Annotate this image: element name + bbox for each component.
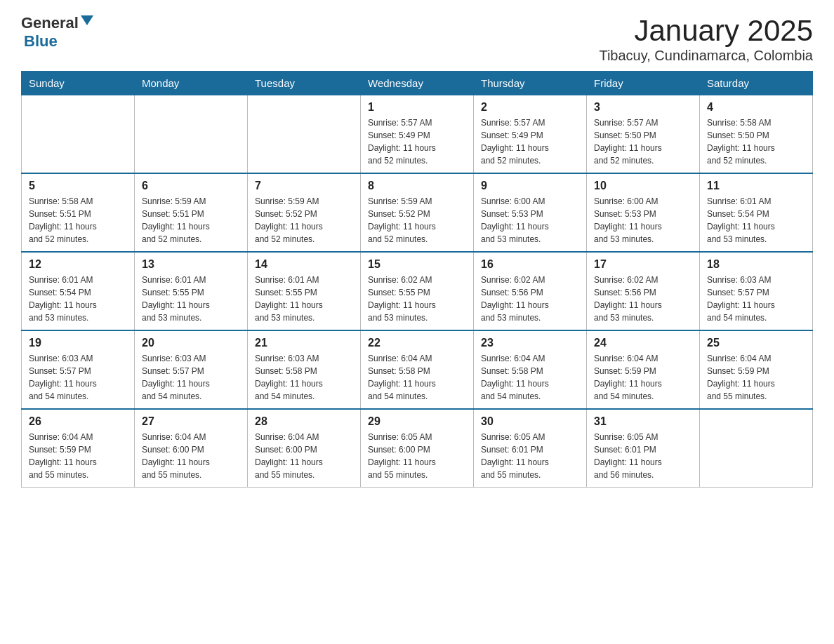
logo-blue-text: Blue bbox=[22, 32, 130, 51]
day-number: 19 bbox=[29, 337, 127, 349]
day-number: 6 bbox=[142, 180, 240, 192]
day-number: 24 bbox=[594, 337, 692, 349]
calendar-cell: 30Sunrise: 6:05 AM Sunset: 6:01 PM Dayli… bbox=[474, 409, 587, 488]
calendar-cell: 24Sunrise: 6:04 AM Sunset: 5:59 PM Dayli… bbox=[587, 330, 700, 409]
calendar-cell: 25Sunrise: 6:04 AM Sunset: 5:59 PM Dayli… bbox=[700, 330, 813, 409]
day-info: Sunrise: 6:03 AM Sunset: 5:57 PM Dayligh… bbox=[29, 352, 127, 403]
day-info: Sunrise: 6:02 AM Sunset: 5:55 PM Dayligh… bbox=[368, 274, 466, 324]
calendar-cell: 29Sunrise: 6:05 AM Sunset: 6:00 PM Dayli… bbox=[361, 409, 474, 488]
day-number: 8 bbox=[368, 180, 466, 192]
day-number: 15 bbox=[368, 258, 466, 271]
day-number: 22 bbox=[368, 337, 466, 349]
calendar-cell: 14Sunrise: 6:01 AM Sunset: 5:55 PM Dayli… bbox=[248, 252, 361, 330]
day-info: Sunrise: 5:58 AM Sunset: 5:51 PM Dayligh… bbox=[29, 195, 127, 246]
page-subtitle: Tibacuy, Cundinamarca, Colombia bbox=[599, 48, 813, 64]
day-number: 16 bbox=[481, 258, 579, 271]
day-info: Sunrise: 5:58 AM Sunset: 5:50 PM Dayligh… bbox=[707, 116, 805, 167]
calendar-cell: 10Sunrise: 6:00 AM Sunset: 5:53 PM Dayli… bbox=[587, 173, 700, 252]
day-info: Sunrise: 6:01 AM Sunset: 5:55 PM Dayligh… bbox=[255, 274, 353, 324]
day-number: 13 bbox=[142, 258, 240, 271]
calendar-week-row: 1Sunrise: 5:57 AM Sunset: 5:49 PM Daylig… bbox=[22, 95, 813, 174]
weekday-header-tuesday: Tuesday bbox=[248, 72, 361, 95]
day-number: 12 bbox=[29, 258, 127, 271]
day-number: 26 bbox=[29, 415, 127, 428]
day-info: Sunrise: 6:01 AM Sunset: 5:54 PM Dayligh… bbox=[29, 274, 127, 324]
day-number: 29 bbox=[368, 415, 466, 428]
calendar-week-row: 26Sunrise: 6:04 AM Sunset: 5:59 PM Dayli… bbox=[22, 409, 813, 488]
calendar-cell bbox=[248, 95, 361, 174]
day-number: 2 bbox=[481, 101, 579, 114]
calendar-cell: 4Sunrise: 5:58 AM Sunset: 5:50 PM Daylig… bbox=[700, 95, 813, 174]
calendar-cell: 6Sunrise: 5:59 AM Sunset: 5:51 PM Daylig… bbox=[135, 173, 248, 252]
calendar-cell: 23Sunrise: 6:04 AM Sunset: 5:58 PM Dayli… bbox=[474, 330, 587, 409]
day-number: 9 bbox=[481, 180, 579, 192]
weekday-header-saturday: Saturday bbox=[700, 72, 813, 95]
page-title: January 2025 bbox=[599, 14, 813, 48]
weekday-header-thursday: Thursday bbox=[474, 72, 587, 95]
day-info: Sunrise: 6:01 AM Sunset: 5:54 PM Dayligh… bbox=[707, 195, 805, 246]
calendar-cell: 5Sunrise: 5:58 AM Sunset: 5:51 PM Daylig… bbox=[22, 173, 135, 252]
day-info: Sunrise: 5:59 AM Sunset: 5:52 PM Dayligh… bbox=[255, 195, 353, 246]
day-info: Sunrise: 6:05 AM Sunset: 6:00 PM Dayligh… bbox=[368, 431, 466, 481]
calendar-header-row: SundayMondayTuesdayWednesdayThursdayFrid… bbox=[22, 72, 813, 95]
calendar-cell: 31Sunrise: 6:05 AM Sunset: 6:01 PM Dayli… bbox=[587, 409, 700, 488]
day-info: Sunrise: 6:02 AM Sunset: 5:56 PM Dayligh… bbox=[594, 274, 692, 324]
day-number: 1 bbox=[368, 101, 466, 114]
day-number: 23 bbox=[481, 337, 579, 349]
calendar-cell: 22Sunrise: 6:04 AM Sunset: 5:58 PM Dayli… bbox=[361, 330, 474, 409]
day-number: 10 bbox=[594, 180, 692, 192]
day-number: 5 bbox=[29, 180, 127, 192]
day-number: 30 bbox=[481, 415, 579, 428]
day-number: 18 bbox=[707, 258, 805, 271]
weekday-header-monday: Monday bbox=[135, 72, 248, 95]
day-info: Sunrise: 5:57 AM Sunset: 5:49 PM Dayligh… bbox=[368, 116, 466, 167]
calendar-cell: 8Sunrise: 5:59 AM Sunset: 5:52 PM Daylig… bbox=[361, 173, 474, 252]
logo-triangle-icon bbox=[81, 15, 93, 25]
day-info: Sunrise: 6:00 AM Sunset: 5:53 PM Dayligh… bbox=[481, 195, 579, 246]
day-number: 31 bbox=[594, 415, 692, 428]
calendar-cell: 18Sunrise: 6:03 AM Sunset: 5:57 PM Dayli… bbox=[700, 252, 813, 330]
calendar-cell: 16Sunrise: 6:02 AM Sunset: 5:56 PM Dayli… bbox=[474, 252, 587, 330]
weekday-header-wednesday: Wednesday bbox=[361, 72, 474, 95]
page-header: General Blue January 2025 Tibacuy, Cundi… bbox=[21, 14, 813, 64]
weekday-header-sunday: Sunday bbox=[22, 72, 135, 95]
day-info: Sunrise: 6:04 AM Sunset: 5:58 PM Dayligh… bbox=[481, 352, 579, 403]
calendar-cell: 11Sunrise: 6:01 AM Sunset: 5:54 PM Dayli… bbox=[700, 173, 813, 252]
calendar-cell: 13Sunrise: 6:01 AM Sunset: 5:55 PM Dayli… bbox=[135, 252, 248, 330]
day-info: Sunrise: 6:04 AM Sunset: 5:59 PM Dayligh… bbox=[29, 431, 127, 481]
day-info: Sunrise: 6:05 AM Sunset: 6:01 PM Dayligh… bbox=[481, 431, 579, 481]
calendar-cell: 17Sunrise: 6:02 AM Sunset: 5:56 PM Dayli… bbox=[587, 252, 700, 330]
day-number: 28 bbox=[255, 415, 353, 428]
calendar-cell: 2Sunrise: 5:57 AM Sunset: 5:49 PM Daylig… bbox=[474, 95, 587, 174]
day-info: Sunrise: 5:59 AM Sunset: 5:52 PM Dayligh… bbox=[368, 195, 466, 246]
day-info: Sunrise: 5:57 AM Sunset: 5:49 PM Dayligh… bbox=[481, 116, 579, 167]
day-info: Sunrise: 6:00 AM Sunset: 5:53 PM Dayligh… bbox=[594, 195, 692, 246]
day-info: Sunrise: 6:01 AM Sunset: 5:55 PM Dayligh… bbox=[142, 274, 240, 324]
calendar-week-row: 19Sunrise: 6:03 AM Sunset: 5:57 PM Dayli… bbox=[22, 330, 813, 409]
calendar-cell: 9Sunrise: 6:00 AM Sunset: 5:53 PM Daylig… bbox=[474, 173, 587, 252]
calendar-cell: 15Sunrise: 6:02 AM Sunset: 5:55 PM Dayli… bbox=[361, 252, 474, 330]
day-info: Sunrise: 6:03 AM Sunset: 5:57 PM Dayligh… bbox=[707, 274, 805, 324]
logo-general-text: General bbox=[21, 14, 79, 32]
calendar-table: SundayMondayTuesdayWednesdayThursdayFrid… bbox=[21, 71, 813, 488]
calendar-cell: 12Sunrise: 6:01 AM Sunset: 5:54 PM Dayli… bbox=[22, 252, 135, 330]
day-number: 11 bbox=[707, 180, 805, 192]
day-number: 21 bbox=[255, 337, 353, 349]
day-number: 4 bbox=[707, 101, 805, 114]
day-info: Sunrise: 6:04 AM Sunset: 5:58 PM Dayligh… bbox=[368, 352, 466, 403]
calendar-cell: 1Sunrise: 5:57 AM Sunset: 5:49 PM Daylig… bbox=[361, 95, 474, 174]
day-info: Sunrise: 6:03 AM Sunset: 5:58 PM Dayligh… bbox=[255, 352, 353, 403]
calendar-week-row: 12Sunrise: 6:01 AM Sunset: 5:54 PM Dayli… bbox=[22, 252, 813, 330]
calendar-week-row: 5Sunrise: 5:58 AM Sunset: 5:51 PM Daylig… bbox=[22, 173, 813, 252]
day-number: 27 bbox=[142, 415, 240, 428]
day-number: 20 bbox=[142, 337, 240, 349]
day-info: Sunrise: 6:03 AM Sunset: 5:57 PM Dayligh… bbox=[142, 352, 240, 403]
day-info: Sunrise: 6:05 AM Sunset: 6:01 PM Dayligh… bbox=[594, 431, 692, 481]
calendar-cell: 26Sunrise: 6:04 AM Sunset: 5:59 PM Dayli… bbox=[22, 409, 135, 488]
day-number: 14 bbox=[255, 258, 353, 271]
calendar-cell bbox=[700, 409, 813, 488]
weekday-header-friday: Friday bbox=[587, 72, 700, 95]
day-number: 25 bbox=[707, 337, 805, 349]
calendar-cell bbox=[22, 95, 135, 174]
day-number: 7 bbox=[255, 180, 353, 192]
